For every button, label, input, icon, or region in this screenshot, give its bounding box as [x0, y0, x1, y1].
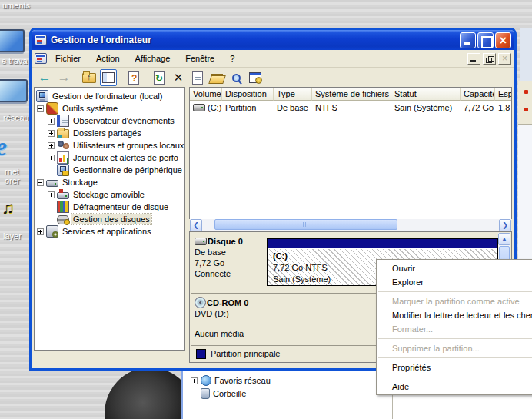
- tree-item-gestionnaire-peripheriques[interactable]: Gestionnaire de périphérique: [35, 164, 184, 176]
- desktop-icon-label[interactable]: e trava: [2, 56, 28, 65]
- window-icon[interactable]: [35, 35, 47, 45]
- desktop-icon-label[interactable]: orer: [5, 176, 20, 185]
- tree-item-utilisateurs-groupes[interactable]: Utilisateurs et groupes locaux: [35, 139, 184, 151]
- desktop-icon-label[interactable]: réseau: [3, 113, 29, 122]
- tree-item-stockage-amovible[interactable]: Stockage amovible: [35, 188, 184, 201]
- menu-affichage[interactable]: Affichage: [128, 52, 178, 65]
- maximize-button[interactable]: [477, 32, 494, 48]
- column-header-volume[interactable]: Volume: [190, 88, 222, 101]
- menu-item-aide[interactable]: Aide: [377, 380, 532, 394]
- tree-item-label: Favoris réseau: [214, 376, 271, 385]
- help-icon[interactable]: [125, 69, 142, 86]
- column-header-disposition[interactable]: Disposition: [222, 88, 274, 101]
- child-minimize-button[interactable]: [467, 53, 480, 65]
- cd-icon: [195, 297, 206, 308]
- scroll-left-icon[interactable]: ❮: [190, 219, 202, 231]
- tree-item-defragmenteur[interactable]: Défragmenteur de disque: [35, 201, 184, 213]
- hdd-icon: [195, 238, 207, 245]
- expand-icon[interactable]: [191, 377, 198, 384]
- cdrom-state: Aucun média: [195, 328, 262, 339]
- scroll-up-icon[interactable]: ▲: [498, 233, 510, 245]
- column-header-espace[interactable]: Esp: [495, 88, 512, 101]
- computer-icon: [36, 90, 48, 102]
- tree-item-dossiers-partages[interactable]: Dossiers partagés: [35, 127, 184, 139]
- console-window-icon[interactable]: [35, 53, 47, 64]
- volume-list-panel: Volume Disposition Type Système de fichi…: [189, 87, 512, 219]
- expand-icon[interactable]: [37, 228, 44, 235]
- view-magnifier-icon[interactable]: [228, 69, 244, 86]
- delete-icon[interactable]: [170, 69, 187, 86]
- disk0-size: 7,72 Go: [195, 258, 262, 268]
- column-header-systeme-fichiers[interactable]: Système de fichiers: [312, 88, 391, 101]
- expand-icon[interactable]: [48, 118, 55, 125]
- tree-item-journaux-alertes[interactable]: Journaux et alertes de perfo: [35, 151, 184, 164]
- back-icon[interactable]: [36, 69, 53, 86]
- disk0-label-cell[interactable]: Disque 0 De base 7,72 Go Connecté: [191, 233, 264, 292]
- desktop-icon-label[interactable]: rnet: [5, 167, 19, 176]
- menu-fenetre[interactable]: Fenêtre: [178, 52, 221, 65]
- menu-item-modifier-lettre[interactable]: Modifier la lettre de lecteur et les che…: [377, 308, 532, 322]
- properties-icon[interactable]: [189, 69, 206, 86]
- storage-icon: [46, 180, 58, 187]
- scroll-right-icon[interactable]: ❯: [499, 219, 511, 231]
- media-player-icon[interactable]: ♫: [2, 198, 15, 218]
- open-folder-icon[interactable]: [208, 69, 225, 86]
- cell-type: De base: [274, 102, 312, 113]
- scrollbar-thumb[interactable]: [214, 219, 397, 230]
- event-viewer-icon: [57, 115, 69, 127]
- tree-item-outils-systeme[interactable]: Outils système: [35, 102, 184, 115]
- network-places-icon[interactable]: [0, 79, 28, 102]
- column-header-type[interactable]: Type: [274, 88, 312, 101]
- performance-logs-icon: [57, 151, 69, 164]
- menu-item-ouvrir[interactable]: Ouvrir: [377, 261, 532, 275]
- list-horizontal-scrollbar[interactable]: ❮ ❯: [190, 219, 511, 231]
- menu-item-marquer-active: Marquer la partition comme active: [377, 294, 532, 308]
- up-one-level-icon[interactable]: [81, 69, 98, 86]
- expand-icon[interactable]: [48, 191, 55, 198]
- column-header-capacite[interactable]: Capacité: [461, 88, 495, 101]
- minimize-button[interactable]: [460, 32, 476, 48]
- volume-row-c[interactable]: (C:) Partition De base NTFS Sain (Systèm…: [190, 101, 511, 114]
- menu-fichier[interactable]: Fichier: [48, 52, 88, 65]
- tree-item-observateur-evenements[interactable]: Observateur d'événements: [35, 115, 184, 127]
- cell-disposition: Partition: [222, 102, 274, 113]
- close-button[interactable]: [495, 32, 511, 48]
- expand-icon[interactable]: [48, 155, 55, 161]
- tree-item-stockage[interactable]: Stockage: [35, 176, 184, 188]
- tree-item-label: Corbeille: [213, 389, 246, 398]
- background-window-edge: [520, 28, 532, 81]
- internet-explorer-icon[interactable]: e: [0, 132, 7, 161]
- my-computer-icon[interactable]: [0, 29, 25, 52]
- shared-folders-icon: [57, 129, 69, 138]
- tree-item-recycle-bin[interactable]: Corbeille: [201, 388, 246, 399]
- tree-item-root[interactable]: Gestion de l'ordinateur (local): [35, 90, 184, 102]
- show-console-tree-icon[interactable]: [100, 69, 117, 86]
- network-globe-icon: [201, 375, 211, 386]
- window-title: Gestion de l'ordinateur: [51, 35, 458, 45]
- collapse-icon[interactable]: [37, 105, 44, 112]
- hdd-icon: [193, 104, 205, 111]
- cdrom-media: DVD (D:): [195, 308, 262, 319]
- console-options-icon[interactable]: [247, 69, 264, 86]
- collapse-icon[interactable]: [37, 179, 44, 186]
- child-restore-button[interactable]: [483, 53, 496, 65]
- cell-statut: Sain (Système): [391, 102, 461, 113]
- menu-item-proprietes[interactable]: Propriétés: [377, 361, 532, 374]
- menu-help[interactable]: ?: [223, 52, 241, 65]
- refresh-icon[interactable]: [151, 69, 168, 86]
- expand-icon[interactable]: [48, 130, 55, 137]
- tree-item-services-applications[interactable]: Services et applications: [35, 225, 184, 238]
- disk0-state: Connecté: [195, 268, 262, 279]
- toolbar: [32, 68, 514, 88]
- tree-item-network-places[interactable]: Favoris réseau: [191, 375, 271, 386]
- expand-icon[interactable]: [48, 142, 55, 149]
- tree-item-gestion-des-disques[interactable]: Gestion des disques: [35, 213, 184, 225]
- cdrom-label-cell[interactable]: CD-ROM 0 DVD (D:) Aucun média: [191, 294, 264, 346]
- menu-item-explorer[interactable]: Explorer: [377, 275, 532, 289]
- desktop-icon-label[interactable]: layer: [3, 231, 22, 241]
- column-header-statut[interactable]: Statut: [391, 88, 461, 101]
- menu-action[interactable]: Action: [89, 52, 127, 65]
- title-bar[interactable]: Gestion de l'ordinateur: [32, 30, 514, 50]
- primary-partition-band: [268, 239, 497, 248]
- desktop-icon-label[interactable]: uments: [2, 1, 30, 10]
